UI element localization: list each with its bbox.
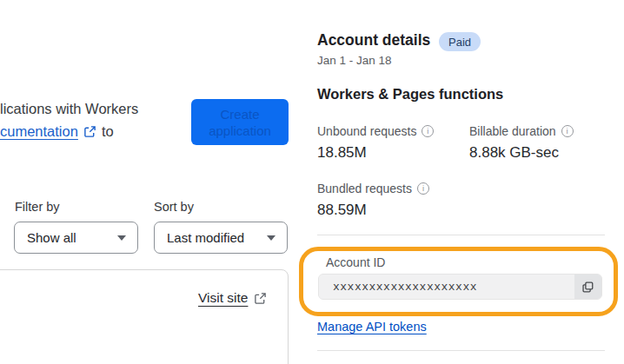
- info-icon[interactable]: i: [561, 125, 574, 137]
- account-id-input[interactable]: [319, 275, 574, 299]
- sort-dropdown-value: Last modified: [167, 230, 244, 245]
- sort-by-label: Sort by: [154, 200, 194, 214]
- account-details-title: Account details: [317, 31, 430, 50]
- metric-value: 88.59M: [317, 202, 429, 219]
- project-card: [0, 269, 289, 364]
- metric-label-text: Billable duration: [469, 124, 556, 138]
- external-link-icon: [83, 125, 96, 138]
- metric-value: 8.88k GB-sec: [469, 144, 574, 162]
- plan-badge: Paid: [439, 32, 481, 51]
- sort-dropdown[interactable]: Last modified: [154, 222, 288, 254]
- intro-text-line2: cumentation to: [0, 123, 114, 140]
- divider: [317, 235, 605, 235]
- create-application-button[interactable]: Create application: [191, 99, 289, 145]
- create-application-label-line1: Create: [220, 106, 259, 122]
- filter-dropdown-value: Show all: [27, 230, 76, 245]
- intro-text-suffix: to: [102, 123, 114, 140]
- filter-dropdown[interactable]: Show all: [14, 222, 138, 254]
- usage-section-title: Workers & Pages functions: [317, 86, 503, 103]
- visit-site-row: Visit site: [198, 290, 267, 306]
- chevron-down-icon: [117, 235, 126, 241]
- chevron-down-icon: [267, 235, 275, 241]
- metric-label: Billable duration i: [469, 124, 574, 138]
- workers-dashboard: lications with Workers cumentation to Cr…: [0, 0, 624, 364]
- account-id-label: Account ID: [326, 255, 385, 269]
- metric-unbound-requests: Unbound requests i 18.85M: [317, 124, 434, 162]
- info-icon[interactable]: i: [422, 125, 434, 137]
- metric-billable-duration: Billable duration i 8.88k GB-sec: [469, 124, 574, 162]
- visit-site-link[interactable]: Visit site: [198, 290, 248, 306]
- metric-label-text: Unbound requests: [317, 124, 416, 138]
- info-icon[interactable]: i: [417, 182, 429, 195]
- billing-date-range: Jan 1 - Jan 18: [317, 54, 392, 67]
- metric-label: Unbound requests i: [317, 124, 434, 138]
- manage-api-tokens-link[interactable]: Manage API tokens: [317, 320, 427, 334]
- divider: [317, 350, 605, 351]
- metric-label: Bundled requests i: [317, 182, 429, 195]
- metric-label-text: Bundled requests: [317, 182, 412, 195]
- account-id-field-group: [318, 274, 602, 300]
- copy-button[interactable]: [574, 275, 601, 299]
- create-application-label-line2: application: [209, 122, 271, 139]
- metric-value: 18.85M: [317, 144, 434, 162]
- external-link-icon: [254, 292, 267, 305]
- copy-icon: [581, 281, 594, 294]
- documentation-link[interactable]: cumentation: [0, 123, 78, 140]
- intro-text-line1: lications with Workers: [0, 101, 138, 117]
- filter-by-label: Filter by: [15, 200, 60, 214]
- metric-bundled-requests: Bundled requests i 88.59M: [317, 182, 429, 219]
